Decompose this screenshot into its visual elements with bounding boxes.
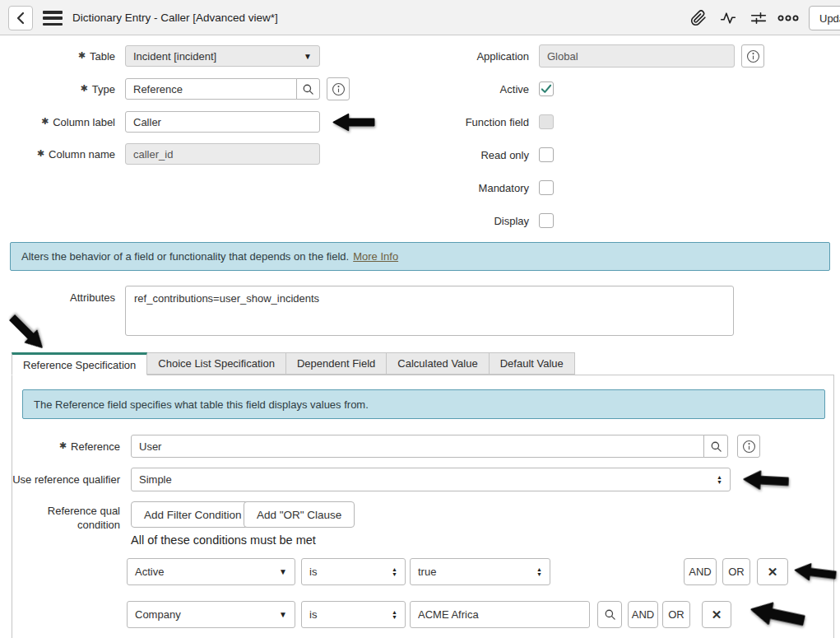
info-icon bbox=[332, 82, 346, 96]
attributes-label: Attributes bbox=[0, 290, 115, 305]
header-bar: Dictionary Entry - Caller [Advanced view… bbox=[0, 0, 840, 35]
required-asterisk: ✱ bbox=[59, 440, 67, 451]
type-info-button[interactable] bbox=[327, 77, 350, 100]
attachment-button[interactable] bbox=[689, 8, 708, 28]
annotation-arrow-condition2 bbox=[738, 595, 817, 635]
more-info-link[interactable]: More Info bbox=[353, 250, 398, 263]
column-name-label: ✱ Column name bbox=[0, 143, 115, 165]
condition2-delete-button[interactable]: ✕ bbox=[702, 601, 731, 628]
paperclip-icon bbox=[690, 10, 707, 26]
reference-specification-panel: The Reference field specifies what table… bbox=[12, 375, 834, 638]
dictionary-entry-form: Dictionary Entry - Caller [Advanced view… bbox=[0, 0, 840, 638]
function-field-label: Function field bbox=[414, 114, 529, 129]
annotation-arrow-tab bbox=[4, 310, 49, 355]
condition1-operator-select[interactable]: is ▲▼ bbox=[301, 558, 406, 585]
info-icon bbox=[746, 49, 760, 63]
chevron-down-icon: ▼ bbox=[304, 52, 312, 61]
banner-text: Alters the behavior of a field or functi… bbox=[21, 250, 349, 263]
reference-info-banner: The Reference field specifies what table… bbox=[22, 389, 825, 419]
activity-icon bbox=[719, 10, 737, 26]
form-settings-button[interactable] bbox=[749, 8, 768, 28]
tab-dependent-field[interactable]: Dependent Field bbox=[286, 352, 387, 375]
type-label: ✱ Type bbox=[0, 78, 115, 100]
condition2-field-select[interactable]: Company ▼ bbox=[127, 601, 295, 628]
personalize-button[interactable] bbox=[718, 8, 738, 28]
use-reference-qualifier-label: Use reference qualifier bbox=[12, 468, 120, 491]
table-select: Incident [incident] ▼ bbox=[125, 45, 320, 67]
annotation-arrow-column-label bbox=[327, 113, 380, 132]
chevron-left-icon bbox=[15, 12, 26, 25]
use-reference-qualifier-select[interactable]: Simple ▲▼ bbox=[131, 468, 731, 491]
close-icon: ✕ bbox=[768, 565, 778, 580]
active-checkbox[interactable] bbox=[539, 81, 554, 96]
add-or-clause-button[interactable]: Add "OR" Clause bbox=[244, 501, 355, 528]
condition2-lookup-button[interactable] bbox=[597, 601, 622, 628]
condition2-or-button[interactable]: OR bbox=[662, 601, 690, 628]
annotation-arrow-qualifier bbox=[736, 468, 796, 492]
checkmark-icon bbox=[541, 84, 552, 94]
search-icon bbox=[604, 608, 616, 621]
required-asterisk: ✱ bbox=[78, 50, 86, 61]
condition2-and-button[interactable]: AND bbox=[628, 601, 658, 628]
more-options-button[interactable] bbox=[777, 8, 800, 28]
reference-qual-condition-label: Reference qual condition bbox=[12, 504, 120, 532]
application-label: Application bbox=[414, 44, 529, 68]
condition1-field-select[interactable]: Active ▼ bbox=[127, 558, 295, 585]
read-only-checkbox[interactable] bbox=[539, 147, 554, 162]
search-icon bbox=[710, 440, 722, 453]
chevron-down-icon: ▼ bbox=[279, 610, 287, 619]
table-label: ✱ Table bbox=[0, 45, 115, 67]
sliders-icon bbox=[750, 10, 768, 26]
tab-reference-specification[interactable]: Reference Specification bbox=[12, 352, 147, 375]
select-stepper-icon: ▲▼ bbox=[717, 475, 722, 484]
condition1-delete-button[interactable]: ✕ bbox=[757, 558, 788, 585]
condition2-value-input[interactable] bbox=[410, 601, 590, 628]
reference-lookup-button[interactable] bbox=[703, 435, 728, 458]
conditions-heading: All of these conditions must be met bbox=[131, 533, 316, 547]
tab-calculated-value[interactable]: Calculated Value bbox=[387, 352, 489, 375]
mandatory-label: Mandatory bbox=[414, 180, 529, 195]
required-asterisk: ✱ bbox=[41, 116, 49, 127]
required-asterisk: ✱ bbox=[37, 148, 44, 159]
condition2-operator-select[interactable]: is ▲▼ bbox=[301, 601, 406, 628]
reference-info-button[interactable] bbox=[737, 435, 760, 458]
active-label: Active bbox=[414, 81, 529, 96]
required-asterisk: ✱ bbox=[81, 83, 88, 94]
read-only-label: Read only bbox=[414, 147, 529, 162]
type-lookup-button[interactable] bbox=[296, 78, 320, 100]
display-label: Display bbox=[414, 213, 529, 228]
page-title: Dictionary Entry - Caller [Advanced view… bbox=[72, 0, 278, 35]
application-input bbox=[539, 44, 735, 68]
info-icon bbox=[742, 440, 756, 454]
update-button[interactable]: Update bbox=[809, 6, 840, 30]
condition1-value-select[interactable]: true ▲▼ bbox=[410, 558, 550, 585]
tab-bar: Reference Specification Choice List Spec… bbox=[12, 352, 575, 375]
select-stepper-icon: ▲▼ bbox=[392, 567, 397, 576]
column-label-input[interactable] bbox=[125, 111, 320, 133]
column-label-label: ✱ Column label bbox=[0, 111, 115, 133]
chevron-down-icon: ▼ bbox=[279, 567, 287, 576]
field-info-banner: Alters the behavior of a field or functi… bbox=[10, 242, 830, 271]
more-dots-icon bbox=[777, 14, 799, 22]
back-button[interactable] bbox=[8, 6, 33, 30]
column-name-input bbox=[125, 143, 320, 165]
close-icon: ✕ bbox=[712, 608, 722, 622]
search-icon bbox=[302, 83, 314, 95]
reference-label: ✱ Reference bbox=[12, 435, 120, 458]
function-field-checkbox bbox=[539, 114, 554, 129]
display-checkbox[interactable] bbox=[539, 213, 554, 228]
type-input[interactable] bbox=[125, 78, 297, 100]
attributes-textarea[interactable]: ref_contributions=user_show_incidents bbox=[125, 286, 734, 336]
reference-input[interactable] bbox=[131, 435, 704, 458]
tab-default-value[interactable]: Default Value bbox=[490, 352, 575, 375]
condition1-and-button[interactable]: AND bbox=[684, 558, 717, 585]
select-stepper-icon: ▲▼ bbox=[392, 610, 397, 619]
application-info-button[interactable] bbox=[741, 44, 764, 68]
mandatory-checkbox[interactable] bbox=[539, 180, 554, 195]
annotation-arrow-condition1 bbox=[791, 561, 840, 585]
context-menu-icon[interactable] bbox=[43, 11, 63, 26]
condition1-or-button[interactable]: OR bbox=[722, 558, 750, 585]
add-filter-condition-button[interactable]: Add Filter Condition bbox=[131, 501, 255, 528]
select-stepper-icon: ▲▼ bbox=[536, 567, 542, 576]
tab-choice-list-specification[interactable]: Choice List Specification bbox=[147, 352, 286, 375]
